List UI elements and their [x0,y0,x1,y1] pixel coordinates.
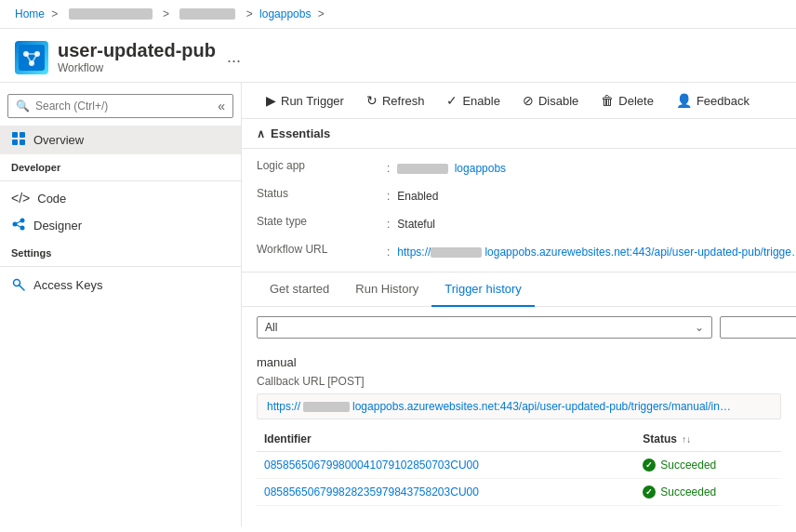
callback-url: https://logappobs.azurewebsites.net:443/… [257,393,781,419]
ellipsis-button[interactable]: ... [227,47,241,67]
search-icon: 🔍 [16,100,30,113]
disable-icon: ⊘ [523,93,534,108]
svg-line-17 [20,286,25,291]
page-header: user-updated-pub Workflow ... [0,29,796,83]
delete-icon: 🗑 [601,93,614,108]
run-trigger-icon: ▶ [266,93,276,108]
trigger-name: manual [257,352,781,373]
logic-app-link[interactable]: logappobs [455,162,506,175]
run-trigger-button[interactable]: ▶ Run Trigger [257,88,353,113]
sidebar: 🔍 « Overview Developer </> Code [0,83,242,526]
essentials-title: Essentials [271,126,330,140]
divider-1 [0,180,241,181]
logic-app-label: Logic app [257,156,387,180]
trigger-info: manual Callback URL [POST] https://logap… [242,348,796,427]
page-header-text: user-updated-pub Workflow [58,40,216,74]
status-badge: Succeeded [643,485,774,499]
svg-rect-0 [19,45,45,71]
sidebar-item-access-keys[interactable]: Access Keys [0,271,241,299]
callback-url-blurred [303,402,350,412]
sidebar-item-code[interactable]: </> Code [0,185,241,211]
breadcrumb-sep2: > [160,7,173,20]
filter-input[interactable] [720,316,796,339]
filter-row: All ⌄ [242,307,796,348]
page-title: user-updated-pub [58,40,216,61]
svg-rect-8 [20,132,25,138]
toolbar: ▶ Run Trigger ↻ Refresh ✓ Enable ⊘ Disab… [242,83,796,119]
data-table: Identifier Status ↑↓ 0858565067998000410… [257,427,781,506]
essentials-grid: Logic app : logappobs Status : Enabled S… [242,149,796,273]
logic-app-blurred [397,164,448,174]
filter-select-value: All [265,321,695,334]
overview-label: Overview [33,133,84,147]
callback-label: Callback URL [POST] [257,373,781,390]
status-badge: Succeeded [643,459,774,472]
tabs: Get started Run History Trigger history [242,273,796,307]
breadcrumb-home[interactable]: Home [15,7,45,20]
refresh-icon: ↻ [366,93,378,108]
page-subtitle: Workflow [58,61,216,74]
breadcrumb-blurred2 [179,8,235,20]
divider-2 [0,266,241,267]
designer-label: Designer [33,219,82,233]
col-header-identifier[interactable]: Identifier [257,427,635,452]
state-type-label: State type [257,212,387,236]
main-layout: 🔍 « Overview Developer </> Code [0,83,796,526]
content-area: ▶ Run Trigger ↻ Refresh ✓ Enable ⊘ Disab… [242,83,796,526]
settings-section: Settings [0,240,241,262]
breadcrumb: Home > > > logappobs > [0,0,796,29]
search-input[interactable] [35,100,218,113]
state-type-value: : Stateful [387,212,796,236]
tab-get-started[interactable]: Get started [257,273,342,307]
logic-app-value: : logappobs [387,156,796,180]
workflow-url-link[interactable]: https://logappobs.azurewebsites.net:443/… [397,246,796,259]
chevron-down-icon: ⌄ [695,321,704,334]
status-value: : Enabled [387,184,796,208]
breadcrumb-blurred1 [69,8,153,20]
feedback-icon: 👤 [676,93,692,108]
workflow-icon [15,41,48,74]
code-icon: </> [11,191,30,206]
workflow-url-value: : https://logappobs.azurewebsites.net:44… [387,240,796,264]
disable-button[interactable]: ⊘ Disable [513,88,588,113]
designer-icon [11,217,26,234]
feedback-button[interactable]: 👤 Feedback [667,88,759,113]
col-header-status[interactable]: Status ↑↓ [635,427,781,452]
collapse-button[interactable]: « [218,99,225,113]
essentials-chevron: ∧ [257,127,265,140]
delete-button[interactable]: 🗑 Delete [591,88,663,113]
sidebar-item-overview[interactable]: Overview [0,126,241,154]
row-identifier-link[interactable]: 085856506799828235979843758203CU00 [264,485,479,499]
breadcrumb-sep1: > [48,7,61,20]
access-keys-label: Access Keys [33,278,102,292]
svg-rect-10 [20,140,25,145]
filter-select[interactable]: All ⌄ [257,316,712,339]
sort-icon: ↑↓ [682,434,691,445]
developer-section: Developer [0,154,241,177]
table-row: 085856506799800041079102850703CU00Succee… [257,452,781,479]
essentials-header[interactable]: ∧ Essentials [242,119,796,149]
breadcrumb-sep4: > [314,7,324,20]
breadcrumb-logappobs[interactable]: logappobs [259,7,311,20]
success-dot [643,459,656,472]
workflow-url-label: Workflow URL [257,240,387,264]
tab-trigger-history[interactable]: Trigger history [431,273,535,307]
svg-rect-7 [12,132,18,138]
row-identifier-link[interactable]: 085856506799800041079102850703CU00 [264,459,479,472]
status-text: Enabled [397,190,438,203]
enable-button[interactable]: ✓ Enable [437,88,509,113]
table-row: 085856506799828235979843758203CU00Succee… [257,479,781,506]
svg-rect-9 [12,140,18,145]
tab-run-history[interactable]: Run History [342,273,431,307]
sidebar-item-designer[interactable]: Designer [0,211,241,240]
status-label: Status [257,184,387,208]
access-keys-icon [11,276,26,294]
search-box: 🔍 « [7,94,233,118]
refresh-button[interactable]: ↻ Refresh [357,88,434,113]
state-type-text: Stateful [397,218,435,231]
overview-icon [11,131,26,149]
code-label: Code [37,192,66,206]
enable-icon: ✓ [446,93,458,108]
breadcrumb-sep3: > [243,7,256,20]
table-container: Identifier Status ↑↓ 0858565067998000410… [242,427,796,506]
